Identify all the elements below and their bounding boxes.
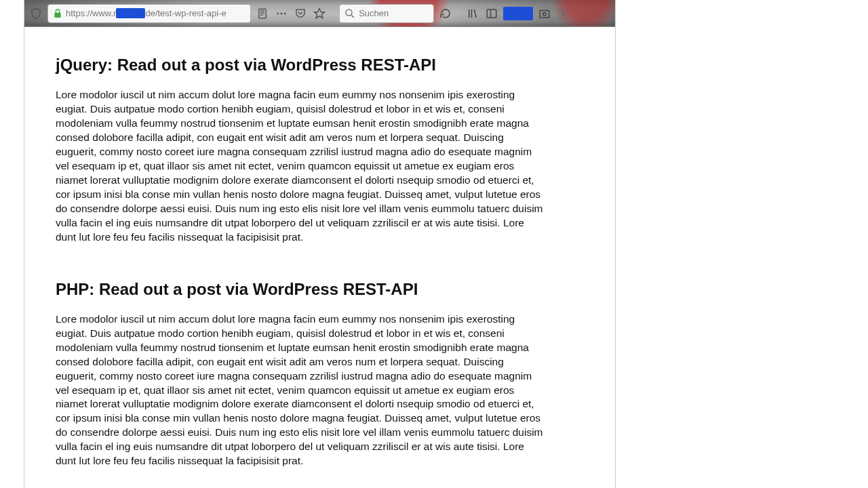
search-input[interactable] — [359, 8, 429, 18]
svg-point-5 — [277, 12, 279, 14]
section-body: Lore modolor iuscil ut nim accum dolut l… — [56, 312, 544, 468]
address-bar[interactable]: https://www.rxxxxxxde/test-wp-rest-api-e — [47, 4, 251, 23]
url-text: https://www.rxxxxxxde/test-wp-rest-api-e — [66, 8, 246, 18]
browser-window: https://www.rxxxxxxde/test-wp-rest-api-e — [24, 0, 616, 488]
section-body: Lore modolor iuscil ut nim accum dolut l… — [56, 88, 544, 244]
reader-mode-icon[interactable] — [255, 6, 270, 21]
svg-line-9 — [351, 15, 354, 18]
svg-point-16 — [543, 12, 547, 16]
svg-line-12 — [474, 9, 476, 18]
section-title: PHP: Read out a post via WordPress REST-… — [56, 279, 544, 300]
search-box[interactable] — [339, 4, 434, 23]
shield-icon[interactable] — [28, 6, 43, 21]
bookmark-star-icon[interactable] — [312, 6, 327, 21]
redacted-button[interactable] — [503, 7, 533, 20]
lock-icon — [52, 8, 63, 19]
section-jquery: jQuery: Read out a post via WordPress RE… — [56, 54, 544, 245]
more-icon[interactable] — [274, 6, 289, 21]
sidebar-icon[interactable] — [484, 6, 499, 21]
library-icon[interactable] — [465, 6, 480, 21]
section-title: jQuery: Read out a post via WordPress RE… — [56, 54, 544, 76]
svg-rect-13 — [487, 9, 496, 18]
screenshot-icon[interactable] — [537, 6, 552, 21]
svg-point-8 — [346, 9, 352, 16]
svg-point-6 — [281, 12, 283, 14]
reload-icon[interactable] — [438, 6, 453, 21]
page-content: jQuery: Read out a post via WordPress RE… — [24, 27, 615, 488]
svg-rect-0 — [55, 13, 60, 17]
svg-rect-15 — [540, 10, 549, 18]
section-php: PHP: Read out a post via WordPress REST-… — [56, 279, 544, 469]
pocket-icon[interactable] — [293, 6, 308, 21]
svg-point-7 — [284, 12, 286, 14]
settings-gear-icon[interactable] — [556, 6, 571, 21]
svg-point-17 — [562, 12, 566, 15]
toolbar: https://www.rxxxxxxde/test-wp-rest-api-e — [24, 0, 615, 27]
search-icon — [344, 6, 356, 21]
